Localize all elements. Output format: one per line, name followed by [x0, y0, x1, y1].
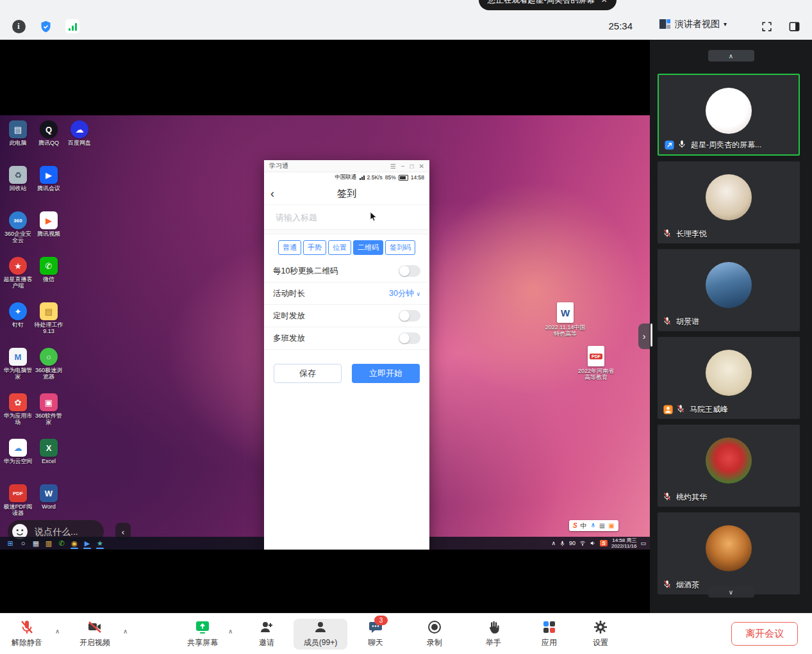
- chat-message-input[interactable]: [33, 526, 95, 537]
- panel-expander-chevron[interactable]: ›: [638, 323, 650, 349]
- minimize-icon[interactable]: −: [401, 163, 405, 170]
- chrome-icon[interactable]: ◉: [68, 537, 81, 549]
- volume-icon[interactable]: [590, 540, 596, 546]
- signin-tab-手势[interactable]: 手势: [303, 240, 326, 255]
- desktop-icon[interactable]: ▶腾讯会议: [33, 165, 64, 210]
- pdf-file-icon[interactable]: PDF2022年河南省高等教育: [576, 346, 617, 380]
- start-now-button[interactable]: 立即开始: [352, 364, 420, 383]
- desktop-icon[interactable]: ♻回收站: [3, 165, 33, 210]
- participant-tile[interactable]: 长理李悦: [658, 161, 800, 243]
- ime-toolbar[interactable]: S 中 ▦ ▣: [569, 520, 618, 531]
- 设置-button[interactable]: 设置: [578, 619, 623, 648]
- scroll-up-chevron[interactable]: ∧: [708, 50, 754, 61]
- desktop-icon[interactable]: ✦钉钉: [3, 301, 33, 347]
- tray-mic-icon[interactable]: [559, 541, 565, 546]
- wechat-taskbar-icon[interactable]: ✆: [55, 537, 68, 549]
- back-arrow-icon[interactable]: ‹: [270, 188, 274, 199]
- signin-type-tabs: 普通手势位置二维码签到码: [264, 234, 429, 260]
- chaoxing-live-icon: ★: [9, 257, 27, 275]
- desktop-icon[interactable]: Q腾讯QQ: [33, 119, 64, 165]
- close-icon[interactable]: ✕: [419, 163, 424, 170]
- menu-icon[interactable]: ☰: [390, 163, 396, 170]
- setting-row[interactable]: 多班发放: [264, 327, 429, 350]
- toggle-switch[interactable]: [399, 310, 420, 322]
- tray-expand-icon[interactable]: ∧: [551, 540, 556, 546]
- 解除静音-button[interactable]: 解除静音: [4, 619, 49, 648]
- fullscreen-icon[interactable]: [759, 19, 774, 33]
- network-signal-icon[interactable]: [65, 19, 79, 33]
- start-icon[interactable]: ⊞: [4, 537, 17, 549]
- shield-icon[interactable]: [38, 19, 53, 33]
- task-view-icon[interactable]: ▦: [29, 537, 42, 549]
- desktop-icon[interactable]: ✿华为应用市场: [3, 392, 33, 437]
- 聊天-button[interactable]: 3聊天: [353, 619, 398, 648]
- participant-tile[interactable]: 胡景谱: [658, 249, 800, 331]
- leave-meeting-button[interactable]: 离开会议: [731, 622, 798, 646]
- notification-center-icon[interactable]: ▭: [640, 540, 646, 546]
- desktop-icon[interactable]: ★超星直播客户端: [3, 256, 33, 301]
- toolbar-item-label: 设置: [578, 637, 623, 648]
- setting-row[interactable]: 定时发放: [264, 305, 429, 327]
- 录制-button[interactable]: 录制: [412, 619, 457, 648]
- chevron-up-icon[interactable]: ∧: [123, 628, 128, 635]
- signin-tab-普通[interactable]: 普通: [278, 240, 301, 255]
- signin-title-input[interactable]: [274, 212, 419, 223]
- participant-name: 超星-周奕杏的屏幕...: [691, 140, 761, 151]
- 开启视频-button[interactable]: 开启视频: [72, 619, 117, 648]
- signin-tab-二维码[interactable]: 二维码: [353, 240, 383, 255]
- desktop-icon[interactable]: ▶腾讯视频: [33, 210, 64, 256]
- chaoxing-taskbar-icon[interactable]: ★: [94, 537, 106, 549]
- save-button[interactable]: 保存: [274, 364, 342, 383]
- sogou-tray-icon[interactable]: S: [600, 540, 608, 546]
- sidebar-resize-handle[interactable]: [650, 323, 652, 347]
- desktop-icon[interactable]: ☁华为云空间: [3, 437, 33, 483]
- maximize-icon[interactable]: □: [410, 163, 414, 170]
- taskbar-clock[interactable]: 14:58 周三 2022/11/16: [611, 537, 636, 549]
- desktop-icon[interactable]: ☁百度网盘: [64, 119, 95, 165]
- 成员(99+)-button[interactable]: 成员(99+): [294, 619, 347, 650]
- scroll-down-chevron[interactable]: ∨: [708, 586, 754, 598]
- settings-icon: [578, 619, 623, 635]
- wechat-icon: ✆: [40, 257, 58, 275]
- title-input-row: [264, 205, 429, 230]
- 共享屏幕-button[interactable]: 共享屏幕: [180, 619, 225, 648]
- toolbar-item-label: 聊天: [353, 637, 398, 648]
- participant-name: 马院王威峰: [690, 404, 728, 415]
- 举手-button[interactable]: 举手: [471, 619, 516, 648]
- side-panel-toggle-icon[interactable]: [787, 19, 801, 33]
- search-icon[interactable]: ○: [17, 537, 29, 549]
- 应用-button[interactable]: 应用: [527, 619, 572, 648]
- participant-tile[interactable]: 马院王威峰: [658, 337, 800, 419]
- desktop-icon[interactable]: ✆微信: [33, 256, 64, 301]
- desktop-icon[interactable]: ▤此电脑: [3, 119, 33, 165]
- setting-row[interactable]: 活动时长30分钟 ∨: [264, 282, 429, 305]
- wifi-icon[interactable]: [579, 540, 586, 546]
- setting-row[interactable]: 每10秒更换二维码: [264, 260, 429, 282]
- desktop-icon[interactable]: ▣360软件管家: [33, 392, 64, 437]
- desktop-icon[interactable]: ▤待处理工作9.13: [33, 301, 64, 347]
- desktop-icon-label: 微信: [33, 276, 64, 282]
- signin-tab-位置[interactable]: 位置: [328, 240, 351, 255]
- participant-tile[interactable]: 桃灼其华: [658, 425, 800, 507]
- setting-label: 多班发放: [273, 333, 305, 344]
- phone-app-window: 学习通 ☰−□✕ 中国联通 2.5K/s 85% 14:58 ‹ 签到: [264, 160, 429, 550]
- chevron-up-icon[interactable]: ∧: [55, 628, 60, 635]
- info-icon[interactable]: i: [12, 19, 26, 33]
- signin-tab-签到码[interactable]: 签到码: [385, 240, 415, 255]
- desktop-icon[interactable]: M华为电脑管家: [3, 347, 33, 392]
- toggle-switch[interactable]: [399, 332, 420, 344]
- duration-select[interactable]: 30分钟 ∨: [389, 288, 420, 299]
- toggle-switch[interactable]: [399, 265, 420, 277]
- close-icon[interactable]: ✕: [601, 0, 608, 4]
- desktop-icon[interactable]: 360360企业安全云: [3, 210, 33, 256]
- chevron-up-icon[interactable]: ∧: [228, 628, 233, 635]
- participant-tile[interactable]: 超星-周奕杏的屏幕...: [658, 74, 800, 156]
- word-file-icon[interactable]: W2022.11.14中国特色高等: [545, 302, 586, 337]
- participant-tile[interactable]: 烟酒茶: [658, 512, 800, 594]
- file-explorer-icon[interactable]: ▥: [42, 537, 55, 549]
- desktop-icon[interactable]: ○360极速浏览器: [33, 347, 64, 392]
- view-mode-selector[interactable]: 演讲者视图 ▾: [659, 18, 727, 30]
- meeting-taskbar-icon[interactable]: ▶: [81, 537, 94, 549]
- 邀请-button[interactable]: 邀请: [244, 619, 289, 648]
- desktop-icon[interactable]: XExcel: [33, 437, 64, 483]
